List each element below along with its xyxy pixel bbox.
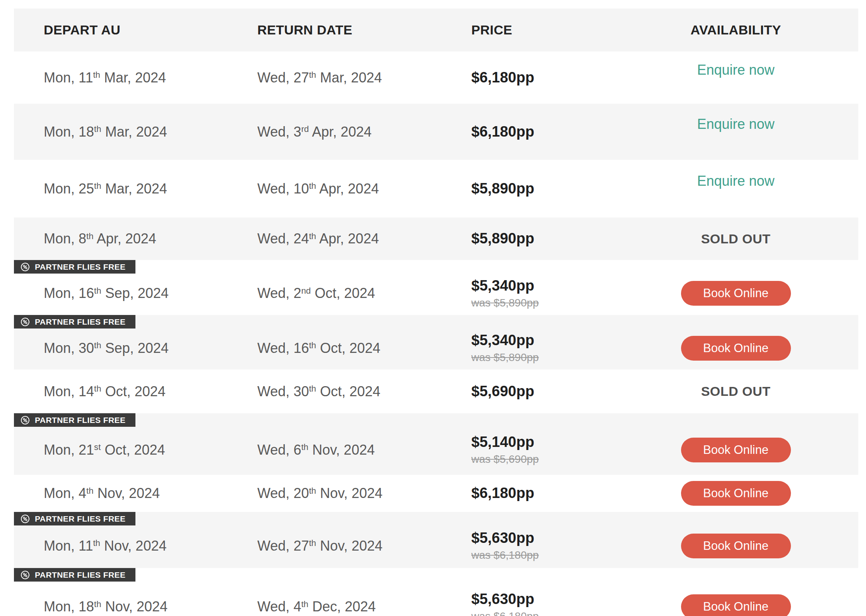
price: $5,140pp (471, 434, 635, 450)
depart-date: Mon, 4th Nov, 2024 (44, 485, 160, 501)
table-row: PARTNER FLIES FREE Mon, 18th Nov, 2024 W… (14, 568, 858, 616)
return-date: Wed, 4th Dec, 2024 (257, 599, 376, 614)
table-row: Mon, 18th Mar, 2024 Wed, 3rd Apr, 2024 $… (14, 104, 858, 160)
depart-date: Mon, 8th Apr, 2024 (44, 231, 156, 246)
depart-date: Mon, 16th Sep, 2024 (44, 285, 169, 301)
enquire-now-link[interactable]: Enquire now (697, 116, 774, 132)
was-price: was $6,180pp (471, 549, 635, 561)
table-row: PARTNER FLIES FREE Mon, 16th Sep, 2024 W… (14, 260, 858, 315)
badge-label: PARTNER FLIES FREE (35, 570, 125, 580)
book-online-button[interactable]: Book Online (681, 594, 791, 616)
partner-flies-free-badge: PARTNER FLIES FREE (14, 512, 135, 525)
return-date: Wed, 20th Nov, 2024 (257, 485, 382, 501)
discount-seal-icon (20, 262, 30, 272)
return-date: Wed, 2nd Oct, 2024 (257, 285, 375, 301)
was-price: was $6,180pp (471, 611, 635, 616)
table-row: PARTNER FLIES FREE Mon, 21st Oct, 2024 W… (14, 413, 858, 475)
book-online-button[interactable]: Book Online (681, 534, 791, 558)
price: $5,630pp (471, 530, 635, 546)
depart-date: Mon, 11th Nov, 2024 (44, 538, 166, 554)
table-row: Mon, 8th Apr, 2024 Wed, 24th Apr, 2024 $… (14, 217, 858, 260)
price: $5,340pp (471, 332, 635, 349)
table-row: Mon, 4th Nov, 2024 Wed, 20th Nov, 2024 $… (14, 475, 858, 512)
book-online-button[interactable]: Book Online (681, 336, 791, 361)
discount-seal-icon (20, 514, 30, 524)
depart-date: Mon, 30th Sep, 2024 (44, 340, 169, 356)
enquire-now-link[interactable]: Enquire now (697, 173, 774, 189)
book-online-button[interactable]: Book Online (681, 481, 791, 506)
was-price: was $5,890pp (471, 352, 635, 364)
column-header-price: PRICE (471, 22, 635, 38)
book-online-button[interactable]: Book Online (681, 438, 791, 462)
book-online-button[interactable]: Book Online (681, 281, 791, 306)
return-date: Wed, 27th Mar, 2024 (257, 70, 382, 86)
table-header-row: DEPART AU RETURN DATE PRICE AVAILABILITY (14, 9, 858, 51)
discount-seal-icon (20, 570, 30, 580)
depart-date: Mon, 18th Mar, 2024 (44, 124, 167, 140)
depart-date: Mon, 11th Mar, 2024 (44, 70, 166, 86)
return-date: Wed, 3rd Apr, 2024 (257, 124, 371, 140)
column-header-depart: DEPART AU (14, 22, 257, 38)
return-date: Wed, 30th Oct, 2024 (257, 383, 380, 399)
return-date: Wed, 16th Oct, 2024 (257, 340, 380, 356)
return-date: Wed, 6th Nov, 2024 (257, 442, 375, 458)
partner-flies-free-badge: PARTNER FLIES FREE (14, 413, 135, 427)
enquire-now-link[interactable]: Enquire now (697, 62, 774, 78)
price: $6,180pp (471, 124, 635, 140)
table-row: Mon, 14th Oct, 2024 Wed, 30th Oct, 2024 … (14, 370, 858, 413)
partner-flies-free-badge: PARTNER FLIES FREE (14, 315, 135, 329)
depart-date: Mon, 14th Oct, 2024 (44, 383, 166, 399)
price: $5,630pp (471, 591, 635, 607)
price: $6,180pp (471, 485, 635, 501)
column-header-availability: AVAILABILITY (635, 22, 858, 38)
sold-out-label: SOLD OUT (701, 231, 771, 246)
table-row: Mon, 25th Mar, 2024 Wed, 10th Apr, 2024 … (14, 160, 858, 217)
departures-table: DEPART AU RETURN DATE PRICE AVAILABILITY… (14, 9, 858, 616)
depart-date: Mon, 25th Mar, 2024 (44, 181, 167, 197)
partner-flies-free-badge: PARTNER FLIES FREE (14, 568, 135, 582)
was-price: was $5,890pp (471, 297, 635, 309)
table-row: PARTNER FLIES FREE Mon, 30th Sep, 2024 W… (14, 315, 858, 370)
column-header-return: RETURN DATE (257, 22, 471, 38)
discount-seal-icon (20, 317, 30, 327)
table-row: PARTNER FLIES FREE Mon, 11th Nov, 2024 W… (14, 512, 858, 568)
depart-date: Mon, 18th Nov, 2024 (44, 599, 168, 614)
badge-label: PARTNER FLIES FREE (35, 416, 125, 425)
return-date: Wed, 24th Apr, 2024 (257, 231, 379, 246)
table-row: Mon, 11th Mar, 2024 Wed, 27th Mar, 2024 … (14, 51, 858, 104)
price: $5,890pp (471, 181, 635, 197)
partner-flies-free-badge: PARTNER FLIES FREE (14, 260, 135, 274)
sold-out-label: SOLD OUT (701, 384, 771, 399)
price: $5,340pp (471, 278, 635, 294)
badge-label: PARTNER FLIES FREE (35, 514, 125, 524)
depart-date: Mon, 21st Oct, 2024 (44, 442, 165, 458)
return-date: Wed, 10th Apr, 2024 (257, 181, 379, 197)
discount-seal-icon (20, 415, 30, 425)
price: $5,690pp (471, 383, 635, 400)
was-price: was $5,690pp (471, 453, 635, 465)
price: $5,890pp (471, 231, 635, 247)
return-date: Wed, 27th Nov, 2024 (257, 538, 382, 554)
price: $6,180pp (471, 70, 635, 86)
badge-label: PARTNER FLIES FREE (35, 262, 125, 272)
badge-label: PARTNER FLIES FREE (35, 317, 125, 327)
